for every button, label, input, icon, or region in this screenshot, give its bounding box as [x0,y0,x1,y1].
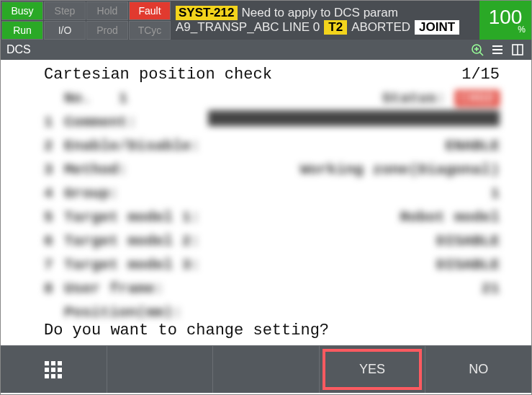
status-bar: Busy Step Hold Fault Run I/O Prod TCyc S… [1,1,531,40]
layout-icon[interactable] [510,42,526,58]
hold-button[interactable]: Hold [86,1,128,20]
content-area: Cartesian position check 1/15 No. 1Statu… [1,60,531,345]
tcyc-button[interactable]: TCyc [129,21,171,40]
io-button[interactable]: I/O [44,21,86,40]
motion-type: JOINT [415,20,459,35]
no-button[interactable]: NO [425,346,531,393]
busy-button[interactable]: Busy [1,1,43,20]
alarm-message: SYST-212 Need to apply to DCS param A9_T… [171,1,479,40]
no-label: NO [469,362,488,377]
mode-tag: T2 [324,20,347,35]
svg-line-3 [480,53,484,56]
run-button[interactable]: Run [1,21,43,40]
menu-icon[interactable] [490,42,505,58]
window-titlebar: DCS [1,40,531,60]
status-buttons: Busy Step Hold Fault Run I/O Prod TCyc [1,1,171,40]
confirm-prompt: Do you want to change setting? [44,321,329,339]
zoom-add-icon[interactable] [469,42,485,58]
window-title: DCS [6,43,31,56]
step-button[interactable]: Step [44,1,86,20]
fault-button[interactable]: Fault [129,1,171,20]
yes-button[interactable]: YES [319,346,425,393]
override-unit: % [518,25,526,35]
alarm-code: SYST-212 [176,6,238,20]
content-title: Cartesian position check [44,66,461,84]
function-key-bar: YES NO [1,345,531,393]
program-name: A9_TRANSP_ABC LINE 0 [176,20,320,35]
prod-button[interactable]: Prod [86,21,128,40]
f2-button[interactable] [107,346,213,393]
page-indicator: 1/15 [461,66,500,84]
menu-grid-icon [45,361,62,378]
f1-button[interactable] [1,346,107,393]
alarm-text: Need to apply to DCS param [242,6,398,20]
content-header: Cartesian position check 1/15 [15,66,517,84]
run-state: ABORTED [351,20,410,35]
override-box[interactable]: 100 % [479,1,531,40]
blurred-background: No. 1Status: CHGD 1Comment: 2Enable/Disa… [15,86,517,319]
yes-label: YES [359,362,385,377]
f3-button[interactable] [212,346,319,393]
